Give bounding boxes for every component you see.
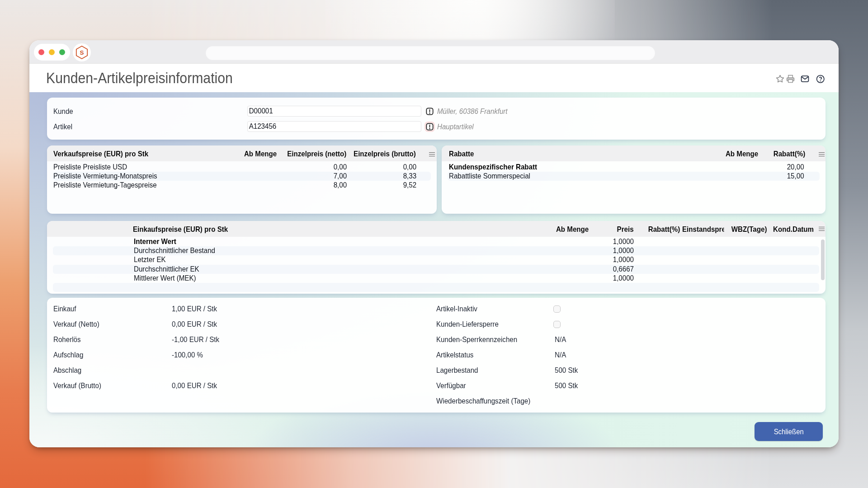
svg-text:S: S <box>80 49 84 56</box>
